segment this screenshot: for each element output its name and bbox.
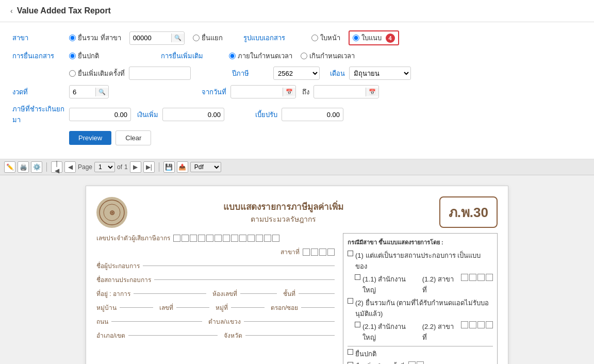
next-page-btn[interactable]: ▶ [130,161,141,173]
radio-combined-input[interactable] [69,35,76,41]
first-page-btn[interactable]: |◀ [51,161,62,173]
radio-overdue[interactable]: เกินกำหนดเวลา [301,51,355,61]
radio-page[interactable]: ใบหน้า [311,32,340,43]
radio-page-input[interactable] [311,35,318,41]
branch-search-icon[interactable]: 🔍 [171,34,184,42]
doc-checkbox-row-1: (1) แต่แต่เป็นรายสถานประกอบการ เป็นแบบ ข… [348,250,493,272]
radio-form-highlighted: ใบแนบ 4 [349,30,399,45]
extra-input[interactable] [162,108,224,121]
date-from-input[interactable] [231,87,283,97]
date-to-icon[interactable]: 📅 [366,88,378,96]
id-box-10 [248,235,255,242]
form-row-buttons: Preview Clear [12,130,582,145]
page-title: Value Added Tax Report [17,6,111,15]
form-row-tax: ภาษีที่ชำระเกินยกมา เงินเพิ่ม เบี้ยปรับ [12,104,582,125]
doc-field-village-line [120,307,153,308]
clear-button[interactable]: Clear [116,130,151,145]
doc-field-branch-label: สาขาที่ [280,247,300,257]
prev-page-btn[interactable]: ◀ [64,161,76,173]
page-select[interactable]: 1 [94,162,115,172]
period-search-icon[interactable]: 🔍 [95,88,108,96]
id-box-1 [173,235,180,242]
doc-field-subdistrict: อำเภอ/เขต จังหวัด [96,330,335,340]
id-box-3 [190,235,197,242]
doc-checkbox-extra-label: ยื่นเพิ่มเติม ครั้งที่ [355,361,404,364]
branch-code-input-wrap: 🔍 [129,31,185,45]
doc-field-id-label: เลขประจำตัวผู้เสียภาษีอากร [96,233,170,243]
month-select[interactable]: มิถุนายน [349,67,411,80]
last-page-btn[interactable]: ▶| [143,161,155,173]
doc-field-branch: สาขาที่ [96,247,335,257]
id-box-5 [206,235,213,242]
label-branch: สาขา [12,32,69,43]
doc-field-road: ถนน ตำบล/แขวง [96,317,335,326]
right-box-1 [461,274,468,281]
radio-separate-input[interactable] [193,35,200,41]
id-box-8 [231,235,238,242]
doc-checkbox-normal: ยื่นปกติ [348,349,493,359]
doc-field-id-boxes [173,235,279,242]
extra-box-1 [408,361,416,364]
doc-field-room-label: ห้องเลขที่ [212,289,237,299]
doc-sub-title: ตามประมวลรัษฎากร [133,213,434,225]
radio-normal-label: ยื่นปกติ [78,51,99,61]
doc-field-room-line [240,293,277,294]
date-from-icon[interactable]: 📅 [283,88,295,96]
id-box-11 [256,235,263,242]
radio-separate[interactable]: ยื่นแยก [193,32,223,43]
radio-overdue-input[interactable] [301,53,307,59]
radio-additional-no[interactable]: ยื่นเพิ่มเติมครั้งที่ [69,68,125,79]
radio-combined[interactable]: ยื่นรวม ที่สาขา [69,32,121,43]
preview-button[interactable]: Preview [69,131,111,145]
doc-right-check-section: ยื่นปกติ ยื่นเพิ่มเติม ครั้งที่ ยื่นใน ว… [348,346,493,364]
branch-box-2 [311,249,318,256]
doc-field-province-label: จังหวัด [224,330,242,340]
radio-ontime[interactable]: ภายในกำหนดเวลา [229,51,292,61]
doc-field-lot-line [176,307,210,308]
radio-page-label: ใบหน้า [320,32,340,43]
back-arrow-icon[interactable]: ‹ [10,7,13,15]
month-select-wrap: มิถุนายน [349,67,411,80]
additional-no-input[interactable] [129,67,191,80]
label-doc-type: รูปแบบเอกสาร [243,32,305,43]
save-btn[interactable]: 💾 [163,161,175,173]
label-tax: ภาษีที่ชำระเกินยกมา [12,104,69,125]
period-input-wrap: 🔍 [69,85,109,98]
doc-main-title: แบบแสดงรายการภาษีมูลค่าเพิ่ม [133,200,434,213]
radio-form-label: ใบแนบ [361,32,382,43]
form-row-period: งวดที่ 🔍 จากวันที่ 📅 ถึง 📅 [12,85,582,98]
doc-field-address: ที่อยู่ : อาการ ห้องเลขที่ ชั้นที่ [96,289,335,299]
doc-field-village: หมู่บ้าน เลขที่ หมู่ที่ ตรอก/ซอย [96,303,335,312]
radio-form-input[interactable] [353,35,359,41]
branch-code-input[interactable] [130,33,171,43]
print-btn[interactable]: 🖨️ [18,161,29,173]
doc-checkbox-row-2-1: (2.1) สำนักงานใหญ่ (2.2) สาขาที่ [355,321,493,343]
label-period: งวดที่ [12,87,69,97]
doc-field-business-line [154,279,335,280]
label-year: ปีภาษี [232,68,273,79]
radio-normal[interactable]: ยื่นปกติ [69,51,99,61]
doc-checkbox-2-1-label: (2.1) สำนักงานใหญ่ [362,321,417,343]
id-box-4 [198,235,205,242]
settings-btn[interactable]: ⚙️ [31,161,42,173]
doc-header: ⊛ แบบแสดงรายการภาษีมูลค่าเพิ่ม ตามประมวล… [96,196,498,228]
doc-field-id: เลขประจำตัวผู้เสียภาษีอากร [96,233,335,243]
branch-box-4 [327,249,335,256]
badge-4: 4 [386,34,395,43]
total-pages: 1 [124,163,128,171]
radio-normal-input[interactable] [69,53,76,59]
edit-btn[interactable]: ✏️ [4,161,15,173]
format-select[interactable]: Pdf [190,162,221,172]
fine-input[interactable] [282,108,343,121]
label-from: จากวันที่ [202,87,226,97]
doc-header-text: แบบแสดงรายการภาษีมูลค่าเพิ่ม ตามประมวลรั… [133,200,434,225]
radio-ontime-input[interactable] [229,53,236,59]
radio-form[interactable]: ใบแนบ [353,32,382,43]
export-btn[interactable]: 📤 [177,161,188,173]
tax-input[interactable] [69,108,131,121]
radio-additional-no-input[interactable] [69,70,76,77]
date-from-wrap: 📅 [230,85,296,98]
period-input[interactable] [70,87,95,97]
year-select[interactable]: 2562 [273,67,320,80]
date-to-input[interactable] [314,87,366,97]
